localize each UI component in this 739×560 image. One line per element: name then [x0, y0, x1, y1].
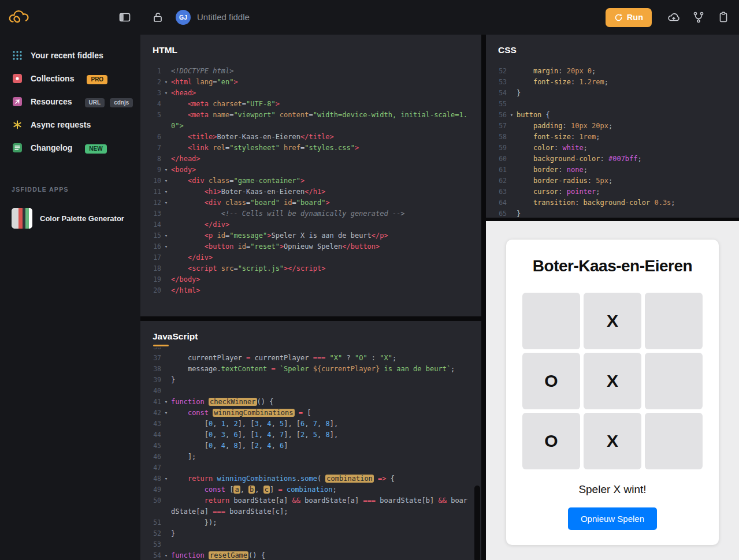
- fork-icon[interactable]: [692, 11, 705, 24]
- code-line: 9▾<body>: [140, 165, 481, 176]
- code-line: 37 currentPlayer = currentPlayer === "X"…: [140, 353, 481, 364]
- code-line: 42▾ const winningCombinations = [: [140, 408, 481, 419]
- code-line: 8</head>: [140, 154, 481, 165]
- code-line: 59 color: white;: [486, 143, 739, 154]
- html-editor[interactable]: 1<!DOCTYPE html>2▾<html lang="en">3▾<hea…: [140, 61, 481, 316]
- result-card: Boter-Kaas-en-Eieren XOXOX Speler X wint…: [506, 240, 719, 545]
- javascript-panel-header: JavaScript: [140, 321, 481, 348]
- code-line: 51 });: [140, 517, 481, 528]
- code-line: 63 cursor: pointer;: [486, 186, 739, 197]
- board-cell[interactable]: X: [584, 413, 641, 469]
- board-cell[interactable]: X: [584, 353, 641, 409]
- code-line: 53: [140, 539, 481, 550]
- code-line: dState[a] === boardState[c];: [140, 506, 481, 517]
- lock-icon[interactable]: [151, 11, 164, 24]
- code-line: 41▾function checkWinner() {: [140, 397, 481, 408]
- board-cell[interactable]: [645, 353, 703, 409]
- code-line: 43 [0, 1, 2], [3, 4, 5], [6, 7, 8],: [140, 419, 481, 430]
- code-line: 58 font-size: 1rem;: [486, 132, 739, 143]
- html-panel: HTML 1<!DOCTYPE html>2▾<html lang="en">3…: [140, 35, 481, 316]
- html-panel-title: HTML: [153, 45, 177, 55]
- code-line: 45 [0, 4, 8], [2, 4, 6]: [140, 440, 481, 451]
- sidebar-item-async-requests[interactable]: Async requests: [0, 113, 140, 136]
- grid-dots-icon: [12, 50, 23, 61]
- javascript-editor[interactable]: 3637 currentPlayer = currentPlayer === "…: [140, 348, 481, 560]
- cloud-save-icon[interactable]: [667, 11, 680, 24]
- result-game-message: Speler X wint!: [522, 483, 703, 496]
- code-line: 52 margin: 20px 0;: [486, 66, 739, 77]
- css-panel-header: CSS: [486, 35, 739, 61]
- code-line: 2▾<html lang="en">: [140, 77, 481, 88]
- result-game-title: Boter-Kaas-en-Eieren: [522, 257, 703, 275]
- code-line: 49 const [a, b, c] = combination;: [140, 484, 481, 495]
- code-line: 60 background-color: #007bff;: [486, 154, 739, 165]
- sidebar-app-color-palette-generator[interactable]: Color Palette Generator: [0, 208, 140, 229]
- code-line: 56▾button {: [486, 110, 739, 121]
- code-line: 55: [486, 99, 739, 110]
- badge-pro: PRO: [87, 75, 107, 84]
- code-line: 19</body>: [140, 274, 481, 285]
- board-cell[interactable]: [645, 293, 703, 349]
- sidebar-item-label: Async requests: [31, 120, 91, 129]
- css-panel-title: CSS: [498, 45, 517, 55]
- topbar: GJ Untitled fiddle Run: [0, 0, 739, 35]
- code-line: 15▾ <p id="message">Speler X is aan de b…: [140, 230, 481, 241]
- sidebar-item-label: Your recent fiddles: [31, 51, 103, 60]
- code-line: 54▾function resetGame() {: [140, 550, 481, 560]
- code-line: 4 <meta charset="UTF-8">: [140, 99, 481, 110]
- code-line: 38 message.textContent = `Speler ${curre…: [140, 364, 481, 375]
- html-panel-header: HTML: [140, 35, 481, 61]
- code-line: 52}: [140, 528, 481, 539]
- badge-group: PRO: [81, 73, 107, 84]
- sidebar-toggle-icon[interactable]: [118, 11, 132, 24]
- board-cell[interactable]: O: [522, 413, 580, 469]
- fiddle-title[interactable]: Untitled fiddle: [197, 12, 250, 22]
- sidebar-item-collections[interactable]: Collections PRO: [0, 67, 140, 90]
- board-cell[interactable]: O: [522, 353, 580, 409]
- code-line: 46 ];: [140, 451, 481, 462]
- code-line: 48▾ return winningCombinations.some( com…: [140, 473, 481, 484]
- javascript-panel-title: JavaScript: [153, 331, 198, 342]
- board-cell[interactable]: [522, 293, 580, 349]
- badge-group: URLcdnjs: [80, 96, 133, 107]
- sidebar-item-label: Resources: [31, 97, 72, 106]
- code-line: 3▾<head>: [140, 88, 481, 99]
- code-line: 11▾ <h1>Boter-Kaas-en-Eieren</h1>: [140, 186, 481, 197]
- code-line: 61 border: none;: [486, 165, 739, 176]
- board-cell[interactable]: X: [584, 293, 641, 349]
- result-reset-button[interactable]: Opnieuw Spelen: [568, 507, 657, 530]
- code-line: 17 </div>: [140, 252, 481, 263]
- sidebar-item-changelog[interactable]: Changelog NEW: [0, 136, 140, 159]
- avatar[interactable]: GJ: [176, 10, 191, 25]
- code-line: 7 <link rel="stylesheet" href="styles.cs…: [140, 143, 481, 154]
- scrollbar-thumb[interactable]: [474, 486, 480, 560]
- code-line: 57 padding: 10px 20px;: [486, 121, 739, 132]
- code-line: 16▾ <button id="reset">Opnieuw Spelen</b…: [140, 241, 481, 252]
- board-cell[interactable]: [645, 413, 703, 469]
- run-button-label: Run: [627, 13, 643, 22]
- result-panel: Boter-Kaas-en-Eieren XOXOX Speler X wint…: [486, 221, 739, 560]
- badge-new: NEW: [85, 144, 106, 154]
- jsfiddle-cloud-icon: [8, 9, 32, 26]
- run-button[interactable]: Run: [606, 8, 652, 27]
- code-line: 1<!DOCTYPE html>: [140, 66, 481, 77]
- code-line: 18 <script src="script.js"></script>: [140, 263, 481, 274]
- code-line: 40: [140, 386, 481, 397]
- code-line: 14 </div>: [140, 219, 481, 230]
- clipboard-icon[interactable]: [717, 11, 730, 24]
- css-editor[interactable]: 52 margin: 20px 0;53 font-size: 1.2rem;5…: [486, 61, 739, 218]
- javascript-accent-underline: [153, 345, 169, 346]
- code-line: 47: [140, 462, 481, 473]
- async-icon: [12, 119, 23, 130]
- sidebar-item-recent-fiddles[interactable]: Your recent fiddles: [0, 44, 140, 67]
- tictactoe-board: XOXOX: [522, 293, 703, 469]
- code-line: 53 font-size: 1.2rem;: [486, 77, 739, 88]
- code-line: 39}: [140, 375, 481, 386]
- topbar-actions: Run: [606, 0, 730, 35]
- sidebar-item-label: Changelog: [31, 143, 72, 152]
- collections-icon: [12, 73, 23, 84]
- color-palette-icon: [12, 208, 32, 229]
- badge-url: URL: [85, 98, 105, 107]
- sidebar-item-resources[interactable]: Resources URLcdnjs: [0, 90, 140, 113]
- jsfiddle-logo[interactable]: [7, 8, 32, 27]
